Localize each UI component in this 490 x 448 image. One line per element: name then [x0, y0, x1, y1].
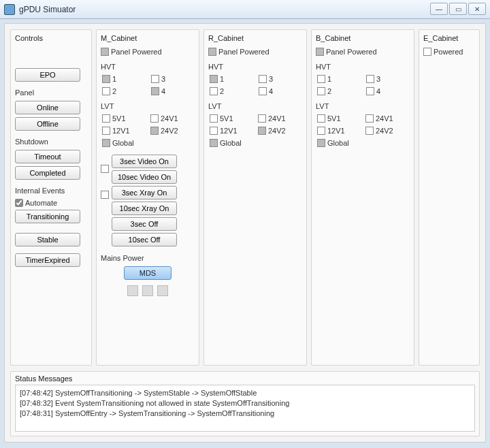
m-hvt-1[interactable]: 1 [102, 75, 142, 83]
r-panel-powered-checkbox[interactable]: Panel Powered [208, 48, 270, 56]
btn-10sec-xray-on[interactable]: 10sec Xray On [112, 202, 177, 215]
b-lvt-5v1[interactable]: 5V1 [317, 114, 357, 123]
r-lvt-5v1[interactable]: 5V1 [210, 114, 250, 123]
epo-button[interactable]: EPO [15, 68, 80, 82]
r-lvt-24v2[interactable]: 24V2 [258, 127, 298, 135]
r-lvt-global[interactable]: Global [210, 139, 298, 147]
panel-label: Panel [15, 89, 87, 97]
timer-expired-button[interactable]: TimerExpired [15, 253, 80, 267]
b-hvt-2[interactable]: 2 [317, 87, 357, 95]
internal-events-label: Internal Events [15, 187, 87, 195]
btn-10sec-off[interactable]: 10sec Off [112, 233, 177, 246]
status-line: [07:48:31] SystemOffEntry -> SystemTrans… [20, 409, 470, 419]
e-powered-label: Powered [434, 48, 463, 56]
r-hvt-4[interactable]: 4 [259, 87, 298, 95]
app-icon [4, 4, 15, 15]
m-lvt-24v2[interactable]: 24V2 [150, 127, 191, 135]
panel-m-cabinet: M_Cabinet Panel Powered HVT 1 3 2 4 LVT … [96, 29, 199, 366]
m-hvt-label: HVT [101, 63, 195, 71]
m-video-group-checkbox[interactable] [101, 165, 109, 173]
r-panel-powered-label: Panel Powered [218, 48, 270, 56]
r-cabinet-header: R_Cabinet [208, 34, 302, 42]
panel-r-cabinet: R_Cabinet Panel Powered HVT 1 3 2 4 LVT … [203, 29, 307, 366]
online-button[interactable]: Online [15, 101, 80, 114]
b-cabinet-header: B_Cabinet [316, 34, 410, 42]
b-panel-powered-label: Panel Powered [326, 48, 377, 56]
m-lvt-global[interactable]: Global [102, 139, 191, 147]
m-lvt-12v1[interactable]: 12V1 [102, 127, 142, 135]
r-hvt-label: HVT [208, 63, 302, 71]
m-hvt-4[interactable]: 4 [151, 87, 191, 95]
automate-checkbox[interactable]: Automate [15, 199, 57, 207]
r-hvt-2[interactable]: 2 [210, 87, 249, 95]
status-line: [07:48:32] Event SystemTransitioning not… [20, 398, 470, 409]
b-hvt-1[interactable]: 1 [317, 75, 357, 83]
client-area: Controls EPO Panel Online Offline Shutdo… [4, 23, 486, 443]
m-hvt-2[interactable]: 2 [102, 87, 142, 95]
b-panel-powered-checkbox[interactable]: Panel Powered [316, 48, 377, 56]
b-lvt-global[interactable]: Global [317, 139, 406, 147]
shutdown-label: Shutdown [15, 138, 87, 146]
m-cabinet-header: M_Cabinet [101, 34, 195, 42]
r-lvt-12v1[interactable]: 12V1 [210, 127, 250, 135]
panel-e-cabinet: E_Cabinet Powered [419, 29, 480, 366]
transitioning-button[interactable]: Transitioning [15, 210, 80, 223]
m-lvt-5v1[interactable]: 5V1 [102, 114, 142, 123]
m-panel-powered-label: Panel Powered [111, 48, 162, 56]
btn-3sec-video-on[interactable]: 3sec Video On [112, 155, 177, 168]
offline-button[interactable]: Offline [15, 117, 80, 131]
r-hvt-1[interactable]: 1 [210, 75, 249, 83]
completed-button[interactable]: Completed [15, 166, 80, 180]
r-lvt-label: LVT [208, 102, 302, 110]
m-panel-powered-checkbox[interactable]: Panel Powered [101, 48, 162, 56]
status-line: [07:48:42] SystemOffTransitioning -> Sys… [20, 388, 470, 398]
panel-b-cabinet: B_Cabinet Panel Powered HVT 1 3 2 4 LVT … [311, 29, 414, 366]
mds-button[interactable]: MDS [124, 266, 172, 280]
e-cabinet-header: E_Cabinet [423, 34, 475, 42]
mains-indicator-1 [127, 285, 138, 296]
status-messages-panel: Status Messages [07:48:42] SystemOffTran… [10, 371, 480, 436]
mains-power-label: Mains Power [101, 254, 195, 262]
m-lvt-label: LVT [101, 102, 195, 110]
b-hvt-4[interactable]: 4 [366, 87, 406, 95]
close-button[interactable]: ✕ [468, 3, 486, 15]
mains-indicator-3 [157, 285, 168, 296]
controls-header: Controls [15, 34, 87, 42]
timeout-button[interactable]: Timeout [15, 150, 80, 163]
stable-button[interactable]: Stable [15, 233, 80, 246]
btn-3sec-off[interactable]: 3sec Off [112, 217, 177, 231]
btn-3sec-xray-on[interactable]: 3sec Xray On [112, 186, 177, 199]
window-titlebar: gPDU Simuator — ▭ ✕ [0, 0, 490, 19]
m-lvt-24v1[interactable]: 24V1 [150, 114, 191, 123]
status-header: Status Messages [15, 374, 475, 383]
status-log[interactable]: [07:48:42] SystemOffTransitioning -> Sys… [15, 385, 475, 432]
panel-controls: Controls EPO Panel Online Offline Shutdo… [10, 29, 92, 366]
minimize-button[interactable]: — [430, 3, 448, 15]
e-powered-checkbox[interactable]: Powered [423, 48, 463, 56]
b-lvt-label: LVT [316, 102, 410, 110]
m-hvt-3[interactable]: 3 [151, 75, 191, 83]
b-hvt-label: HVT [316, 63, 410, 71]
b-lvt-24v1[interactable]: 24V1 [365, 114, 406, 123]
m-xray-group-checkbox[interactable] [101, 191, 109, 199]
window-title: gPDU Simuator [19, 5, 76, 14]
btn-10sec-video-on[interactable]: 10sec Video On [112, 170, 177, 184]
maximize-button[interactable]: ▭ [449, 3, 467, 15]
b-lvt-24v2[interactable]: 24V2 [365, 127, 406, 135]
r-hvt-3[interactable]: 3 [259, 75, 298, 83]
b-hvt-3[interactable]: 3 [366, 75, 406, 83]
automate-checkbox-label: Automate [25, 199, 57, 207]
mains-indicator-2 [142, 285, 153, 296]
b-lvt-12v1[interactable]: 12V1 [317, 127, 357, 135]
r-lvt-24v1[interactable]: 24V1 [258, 114, 298, 123]
m-panel-powered-input[interactable] [101, 48, 109, 56]
automate-checkbox-input[interactable] [15, 199, 23, 207]
